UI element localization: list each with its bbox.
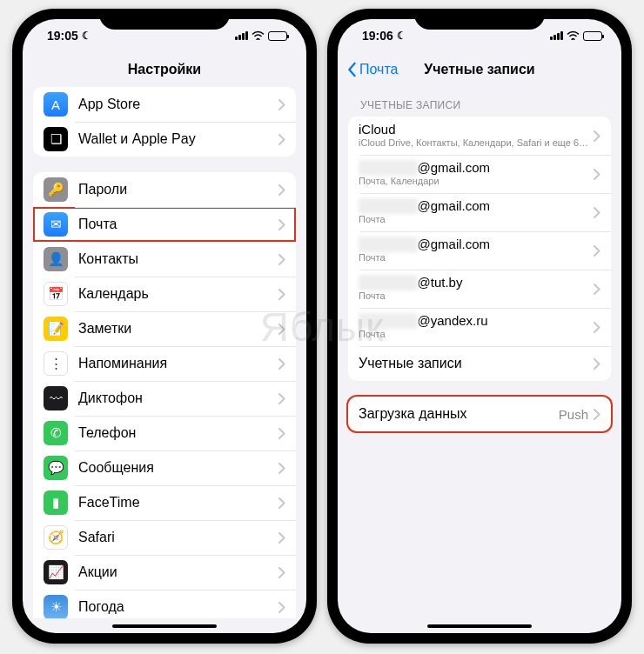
settings-row-контакты[interactable]: 👤Контакты [33,242,296,277]
reminders-icon: ⋮ [44,351,68,376]
account-info: xxxxxxxxx@gmail.comПочта [359,198,594,225]
settings-row-диктофон[interactable]: 〰Диктофон [33,381,296,416]
signal-icon [235,31,248,40]
contacts-icon: 👤 [44,247,68,271]
account-info: xxxxxxxxx@gmail.comПочта, Календари [359,160,594,187]
account-row[interactable]: xxxxxxxxx@yandex.ruПочта [348,308,611,346]
row-label: Пароли [78,182,278,197]
account-info: xxxxxxxxx@tut.byПочта [359,275,594,302]
account-subtitle: Почта [359,252,594,264]
account-row[interactable]: xxxxxxxxx@gmail.comПочта [348,193,611,231]
settings-group-apps: 🔑Пароли✉Почта👤Контакты📅Календарь📝Заметки… [33,172,296,618]
back-label: Почта [359,62,398,77]
chevron-right-icon [278,497,285,509]
settings-row-почта[interactable]: ✉Почта [33,207,296,242]
chevron-right-icon [278,358,285,370]
settings-row-заметки[interactable]: 📝Заметки [33,311,296,346]
fetch-new-data-row[interactable]: Загрузка данных Push [348,397,611,431]
nav-header: Почта Учетные записи [338,52,621,87]
row-label: Заметки [78,321,278,337]
row-label: App Store [78,97,278,112]
row-label: Диктофон [78,390,278,406]
account-subtitle: Почта [359,290,594,302]
account-subtitle: Почта [359,214,594,225]
chevron-right-icon [594,169,600,180]
settings-row-календарь[interactable]: 📅Календарь [33,277,296,311]
status-time: 19:05 [47,29,78,43]
safari-icon: 🧭 [44,525,68,550]
back-button[interactable]: Почта [346,62,398,77]
stocks-icon: 📈 [44,560,68,584]
chevron-right-icon [278,219,285,230]
status-time: 19:06 [362,29,393,43]
account-row[interactable]: xxxxxxxxx@tut.byПочта [348,270,611,308]
settings-group-store: AApp Store❏Wallet и Apple Pay [33,87,296,157]
settings-row-сообщения[interactable]: 💬Сообщения [33,450,296,485]
fetch-group: Загрузка данных Push [348,397,611,431]
screen-left: 19:05 ☾ Настройки AApp Store❏Wallet и Ap… [23,19,306,633]
phone-left: 19:05 ☾ Настройки AApp Store❏Wallet и Ap… [12,9,317,644]
row-label: Акции [78,564,278,580]
chevron-right-icon [278,324,285,335]
settings-list[interactable]: AApp Store❏Wallet и Apple Pay 🔑Пароли✉По… [23,87,306,618]
notes-icon: 📝 [44,317,68,341]
row-label: Почта [78,217,278,232]
chevron-right-icon [278,567,285,578]
signal-icon [550,31,563,40]
chevron-right-icon [594,130,600,142]
settings-row-safari[interactable]: 🧭Safari [33,520,296,555]
chevron-right-icon [278,184,285,196]
home-indicator[interactable] [112,624,217,628]
chevron-right-icon [594,322,600,333]
row-label: Сообщения [78,460,278,476]
home-indicator[interactable] [427,624,532,628]
chevron-right-icon [594,245,600,257]
row-label: Учетные записи [359,356,594,371]
account-info: xxxxxxxxx@yandex.ruПочта [359,313,594,340]
settings-row-погода[interactable]: ☀Погода [33,590,296,618]
chevron-right-icon [278,463,285,474]
chevron-right-icon [278,393,285,404]
chevron-right-icon [278,428,285,439]
account-subtitle: iCloud Drive, Контакты, Календари, Safar… [359,137,594,149]
settings-row-facetime[interactable]: ▮FaceTime [33,485,296,520]
chevron-right-icon [594,409,600,420]
chevron-right-icon [278,602,285,613]
add-account-row[interactable]: Учетные записи [348,346,611,381]
account-row[interactable]: iCloudiCloud Drive, Контакты, Календари,… [348,117,611,155]
row-label: Календарь [78,286,278,302]
chevron-right-icon [594,284,600,295]
row-label: Телефон [78,425,278,441]
account-title: xxxxxxxxx@gmail.com [359,198,594,214]
wallet-icon: ❏ [44,127,68,151]
wifi-icon [252,30,265,43]
account-title: xxxxxxxxx@yandex.ru [359,313,594,329]
settings-row-app-store[interactable]: AApp Store [33,87,296,122]
account-row[interactable]: xxxxxxxxx@gmail.comПочта [348,231,611,270]
row-label: Напоминания [78,356,278,371]
wifi-icon [567,30,580,43]
battery-icon [583,31,602,41]
row-label: Контакты [78,251,278,267]
key-icon: 🔑 [44,177,68,202]
settings-row-акции[interactable]: 📈Акции [33,555,296,590]
settings-row-напоминания[interactable]: ⋮Напоминания [33,346,296,381]
phone-icon: ✆ [44,421,68,445]
chevron-right-icon [278,254,285,265]
row-label: Safari [78,530,278,545]
accounts-group: iCloudiCloud Drive, Контакты, Календари,… [348,117,611,381]
section-header-accounts: УЧЕТНЫЕ ЗАПИСИ [348,87,611,117]
notch [99,9,230,30]
settings-row-wallet-и-apple-pay[interactable]: ❏Wallet и Apple Pay [33,122,296,157]
page-title: Настройки [128,62,201,77]
accounts-content[interactable]: УЧЕТНЫЕ ЗАПИСИ iCloudiCloud Drive, Конта… [338,87,621,618]
settings-row-пароли[interactable]: 🔑Пароли [33,172,296,207]
fetch-value: Push [559,407,588,422]
chevron-right-icon [594,358,600,370]
account-title: xxxxxxxxx@gmail.com [359,237,594,252]
settings-row-телефон[interactable]: ✆Телефон [33,416,296,450]
battery-icon [268,31,287,41]
account-row[interactable]: xxxxxxxxx@gmail.comПочта, Календари [348,155,611,193]
chevron-right-icon [278,99,285,110]
account-title: xxxxxxxxx@tut.by [359,275,594,290]
